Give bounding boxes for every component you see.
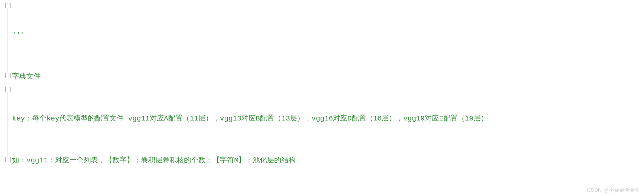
code-line: 如：vgg11：对应一个列表，【数字】：卷积层卷积核的个数；【字符M】：池化层的… <box>12 154 644 168</box>
fold-guide-comment <box>8 8 8 75</box>
fold-guide-cfgs <box>8 92 8 159</box>
gutter: − − − − <box>0 0 11 196</box>
triple-quote: ''' <box>12 31 25 39</box>
fold-toggle-cfgs-end[interactable]: − <box>5 157 11 162</box>
watermark: CSDN @小金金金金鱼 <box>587 187 640 194</box>
code-editor[interactable]: ''' 字典文件 key：每个key代表模型的配置文件 vgg11对应A配置（1… <box>12 0 644 196</box>
fold-toggle-comment-end[interactable]: − <box>5 73 11 78</box>
fold-toggle-top[interactable]: − <box>5 3 11 8</box>
comment-text: 字典文件 <box>12 73 41 81</box>
fold-toggle-cfgs[interactable]: − <box>5 87 11 92</box>
code-line: ''' <box>12 28 644 42</box>
comment-text: key：每个key代表模型的配置文件 vgg11对应A配置（11层），vgg13… <box>12 114 488 123</box>
code-line: 字典文件 <box>12 70 644 84</box>
comment-text: 如：vgg11：对应一个列表，【数字】：卷积层卷积核的个数；【字符M】：池化层的… <box>12 156 296 165</box>
code-line: key：每个key代表模型的配置文件 vgg11对应A配置（11层），vgg13… <box>12 112 644 126</box>
